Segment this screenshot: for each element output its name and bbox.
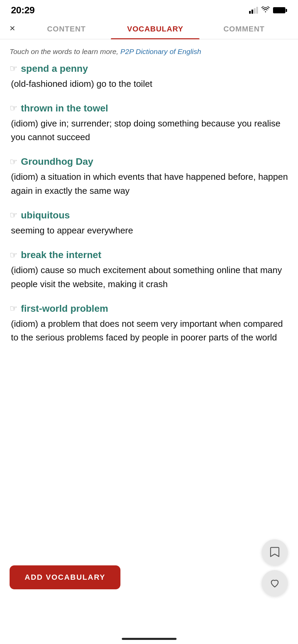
tab-vocabulary[interactable]: VOCABULARY xyxy=(111,22,200,39)
vocab-term-2[interactable]: Groundhog Day xyxy=(21,156,93,167)
vocab-item-0: ☞ spend a penny (old-fashioned idiom) go… xyxy=(10,63,288,91)
add-vocabulary-button[interactable]: ADD VOCABULARY xyxy=(10,565,120,589)
heart-fab-button[interactable] xyxy=(262,570,288,596)
vocab-term-3[interactable]: ubiquitous xyxy=(21,210,70,221)
vocab-term-0[interactable]: spend a penny xyxy=(21,63,88,74)
pointing-hand-icon-2: ☞ xyxy=(10,157,17,167)
signal-bars-icon xyxy=(249,7,258,14)
vocab-item-4: ☞ break the internet (idiom) cause so mu… xyxy=(10,250,288,291)
vocab-term-1[interactable]: thrown in the towel xyxy=(21,103,108,114)
p2p-dictionary-link[interactable]: P2P Dictionary of English xyxy=(120,48,201,55)
close-button[interactable]: × xyxy=(10,24,15,37)
bookmark-fab-button[interactable] xyxy=(262,539,288,565)
pointing-hand-icon-1: ☞ xyxy=(10,103,17,113)
vocab-item-3: ☞ ubiquitous seeming to appear everywher… xyxy=(10,210,288,237)
vocab-definition-5: (idiom) a problem that does not seem ver… xyxy=(10,317,288,345)
pointing-hand-icon-4: ☞ xyxy=(10,250,17,260)
hint-text: Touch on the words to learn more, xyxy=(10,48,120,55)
pointing-hand-icon-3: ☞ xyxy=(10,210,17,220)
vocab-item-1: ☞ thrown in the towel (idiom) give in; s… xyxy=(10,103,288,144)
battery-icon xyxy=(273,7,287,13)
tab-comment[interactable]: COMMENT xyxy=(199,22,288,39)
pointing-hand-icon-5: ☞ xyxy=(10,303,17,314)
vocab-term-5[interactable]: first-world problem xyxy=(21,303,108,314)
vocab-item-5: ☞ first-world problem (idiom) a problem … xyxy=(10,303,288,345)
tab-bar: CONTENT VOCABULARY COMMENT xyxy=(22,22,288,39)
status-icons xyxy=(249,6,287,14)
home-indicator xyxy=(122,638,177,640)
nav-bar: × CONTENT VOCABULARY COMMENT xyxy=(0,18,298,39)
vocabulary-list: ☞ spend a penny (old-fashioned idiom) go… xyxy=(0,61,298,412)
vocab-definition-0: (old-fashioned idiom) go to the toilet xyxy=(10,77,288,91)
vocab-term-4[interactable]: break the internet xyxy=(21,250,101,260)
vocab-definition-3: seeming to appear everywhere xyxy=(10,224,288,237)
bookmark-icon xyxy=(270,547,280,558)
heart-icon xyxy=(270,578,280,588)
vocab-definition-4: (idiom) cause so much excitement about s… xyxy=(10,263,288,291)
tab-content[interactable]: CONTENT xyxy=(22,22,111,39)
wifi-icon xyxy=(261,6,270,14)
vocab-item-2: ☞ Groundhog Day (idiom) a situation in w… xyxy=(10,156,288,198)
pointing-hand-icon-0: ☞ xyxy=(10,63,17,74)
vocab-definition-1: (idiom) give in; surrender; stop doing s… xyxy=(10,117,288,144)
status-bar: 20:29 xyxy=(0,0,298,18)
status-time: 20:29 xyxy=(11,5,35,16)
hint-bar: Touch on the words to learn more, P2P Di… xyxy=(0,39,298,61)
vocab-definition-2: (idiom) a situation in which events that… xyxy=(10,170,288,198)
